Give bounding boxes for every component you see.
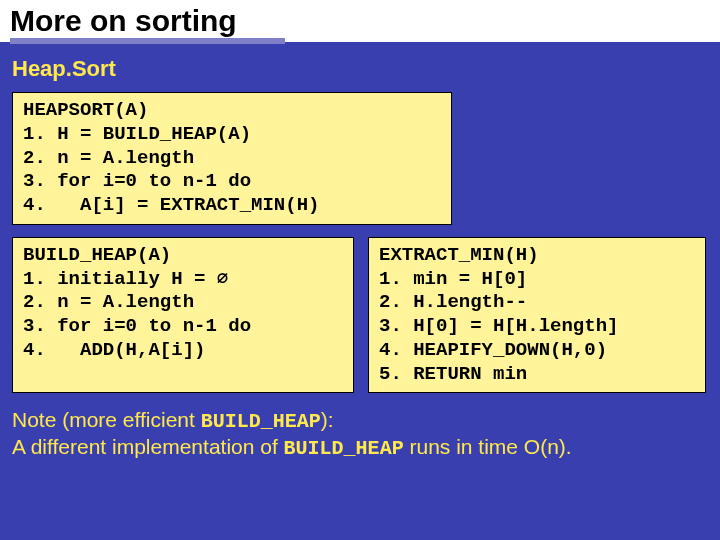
note-mono-2: BUILD_HEAP [284, 437, 404, 460]
title-underline [10, 38, 285, 44]
content: HEAPSORT(A) 1. H = BUILD_HEAP(A) 2. n = … [0, 92, 720, 393]
title-bar: More on sorting [0, 0, 720, 42]
subtitle: Heap.Sort [0, 46, 720, 92]
note-mono-1: BUILD_HEAP [201, 410, 321, 433]
footer-note: Note (more efficient BUILD_HEAP): A diff… [0, 407, 720, 461]
note-text-2a: A different implementation of [12, 435, 284, 458]
code-build-heap: BUILD_HEAP(A) 1. initially H = ∅ 2. n = … [12, 237, 354, 394]
page-title: More on sorting [10, 4, 237, 38]
code-row: BUILD_HEAP(A) 1. initially H = ∅ 2. n = … [12, 237, 708, 394]
note-text-2b: runs in time O(n). [404, 435, 572, 458]
note-text-1a: Note (more efficient [12, 408, 201, 431]
code-heapsort: HEAPSORT(A) 1. H = BUILD_HEAP(A) 2. n = … [12, 92, 452, 225]
code-extract-min: EXTRACT_MIN(H) 1. min = H[0] 2. H.length… [368, 237, 706, 394]
note-text-1b: ): [321, 408, 334, 431]
